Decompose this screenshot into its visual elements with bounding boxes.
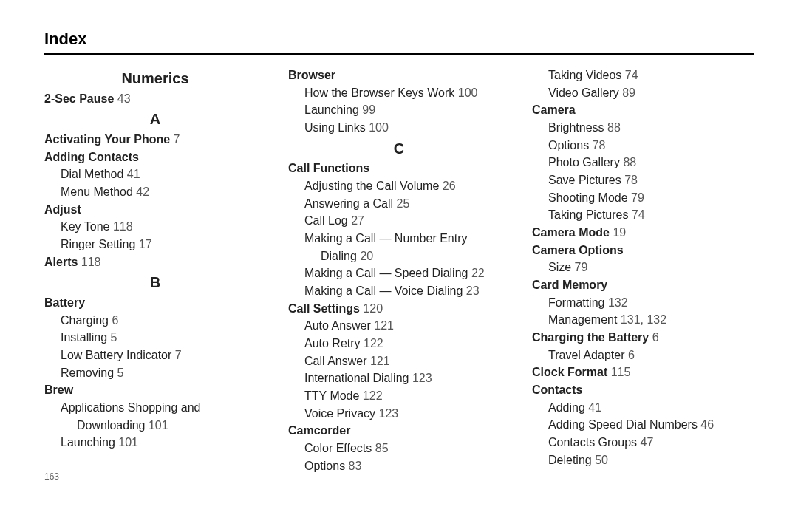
subentry-text: Call Answer	[304, 355, 366, 367]
index-subentry: Making a Call — Voice Dialing 23	[288, 282, 510, 300]
page-ref: 115	[611, 366, 631, 378]
page-ref: 122	[363, 389, 383, 402]
section-numerics: Numerics	[44, 68, 266, 90]
subentry-text: How the Browser Keys Work	[304, 86, 454, 99]
index-title: Index	[44, 30, 754, 49]
page-ref: 22	[471, 267, 485, 279]
index-subentry: Applications Shopping and	[44, 399, 266, 417]
index-term: Clock Format	[532, 366, 607, 378]
subentry-text: Launching	[61, 436, 115, 449]
index-term: Card Memory	[532, 276, 754, 294]
subentry-text: Taking Videos	[548, 69, 621, 81]
index-subentry: Launching 101	[44, 434, 266, 451]
page-ref: 25	[397, 197, 410, 210]
index-subentry: Video Gallery 89	[532, 84, 754, 102]
index-columns: Numerics 2-Sec Pause 43 A Activating You…	[44, 66, 754, 484]
page-ref: 7	[174, 133, 180, 146]
column-1: Numerics 2-Sec Pause 43 A Activating You…	[44, 66, 266, 484]
horizontal-rule	[44, 53, 754, 55]
index-subentry: Low Battery Indicator 7	[44, 347, 266, 364]
index-entry: Charging the Battery 6	[532, 329, 754, 347]
subentry-text: Brightness	[548, 121, 604, 134]
page-ref: 23	[466, 284, 480, 297]
section-a: A	[44, 109, 266, 131]
index-entry: Activating Your Phone 7	[44, 131, 266, 149]
index-subentry: Auto Answer 121	[288, 317, 510, 335]
page-ref: 99	[362, 103, 375, 116]
subentry-text: Downloading	[77, 419, 146, 432]
subentry-text: Menu Method	[61, 185, 133, 198]
page-ref: 6	[652, 331, 659, 344]
page-ref: 123	[412, 372, 432, 384]
page-ref: 41	[588, 401, 601, 414]
index-subentry: Photo Gallery 88	[532, 154, 754, 171]
section-c: C	[288, 138, 510, 160]
page-ref: 118	[113, 220, 133, 233]
subentry-text: Video Gallery	[548, 86, 619, 99]
index-term: Call Functions	[288, 160, 510, 177]
index-subentry: Brightness 88	[532, 119, 754, 137]
page-ref: 41	[127, 168, 140, 180]
subentry-text: Options	[548, 139, 589, 151]
page-ref: 121	[374, 319, 394, 332]
page-ref: 7	[175, 349, 182, 361]
index-subentry: Menu Method 42	[44, 183, 266, 201]
page-ref: 100	[369, 121, 389, 134]
page-ref: 79	[575, 261, 588, 273]
page-ref: 78	[593, 139, 606, 151]
subentry-text: Deleting	[548, 454, 592, 466]
index-subentry: TTY Mode 122	[288, 387, 510, 405]
subentry-text: Dialing	[321, 250, 357, 262]
index-term: Contacts	[532, 381, 754, 399]
index-subentry-cont: Dialing 20	[288, 248, 510, 265]
page-ref: 26	[443, 180, 456, 192]
index-term: Camera Options	[532, 242, 754, 259]
index-page: Index Numerics 2-Sec Pause 43 A Activati…	[0, 0, 798, 499]
subentry-text: Making a Call — Voice Dialing	[304, 284, 463, 297]
index-subentry: Taking Videos 74	[532, 66, 754, 84]
page-ref: 101	[118, 436, 138, 449]
subentry-text: Management	[548, 313, 617, 326]
index-term: Alerts	[44, 256, 78, 268]
index-subentry: Removing 5	[44, 364, 266, 382]
index-term: Adding Contacts	[44, 149, 266, 166]
page-ref: 74	[632, 208, 645, 221]
subentry-text: Travel Adapter	[548, 349, 624, 361]
page-ref: 118	[81, 256, 101, 268]
page-ref: 46	[700, 418, 714, 431]
index-subentry: Dial Method 41	[44, 166, 266, 183]
index-term: Brew	[44, 381, 266, 399]
page-ref: 20	[360, 250, 373, 262]
index-subentry: Charging 6	[44, 312, 266, 330]
index-entry: Clock Format 115	[532, 364, 754, 381]
index-subentry: Save Pictures 78	[532, 171, 754, 189]
subentry-text: Call Log	[304, 214, 348, 227]
subentry-text: Low Battery Indicator	[61, 349, 171, 361]
page-ref: 88	[623, 156, 636, 168]
page-ref: 122	[364, 337, 383, 349]
subentry-text: Voice Privacy	[304, 407, 375, 420]
index-subentry: Adding Speed Dial Numbers 46	[532, 416, 754, 434]
subentry-text: Answering a Call	[304, 197, 393, 210]
index-term: Camcorder	[288, 422, 510, 440]
page-ref: 47	[641, 436, 654, 449]
page-ref: 120	[363, 302, 383, 315]
page-ref: 83	[349, 460, 362, 472]
page-ref: 43	[117, 92, 131, 105]
page-ref: 100	[458, 86, 478, 99]
index-term: Battery	[44, 294, 266, 312]
subentry-text: Auto Answer	[304, 319, 371, 332]
subentry-text: Making a Call — Speed Dialing	[304, 267, 468, 279]
index-subentry: How the Browser Keys Work 100	[288, 84, 510, 102]
index-subentry: Contacts Groups 47	[532, 434, 754, 451]
index-subentry: Taking Pictures 74	[532, 206, 754, 224]
page-ref: 6	[112, 314, 118, 327]
subentry-text: Size	[548, 261, 571, 273]
index-subentry: Call Answer 121	[288, 352, 510, 370]
page-ref: 17	[139, 238, 152, 250]
subentry-text: Color Effects	[304, 442, 372, 454]
subentry-text: Key Tone	[61, 220, 109, 233]
page-ref: 27	[351, 214, 364, 227]
index-subentry: Installing 5	[44, 329, 266, 347]
index-term: Call Settings	[288, 302, 360, 315]
